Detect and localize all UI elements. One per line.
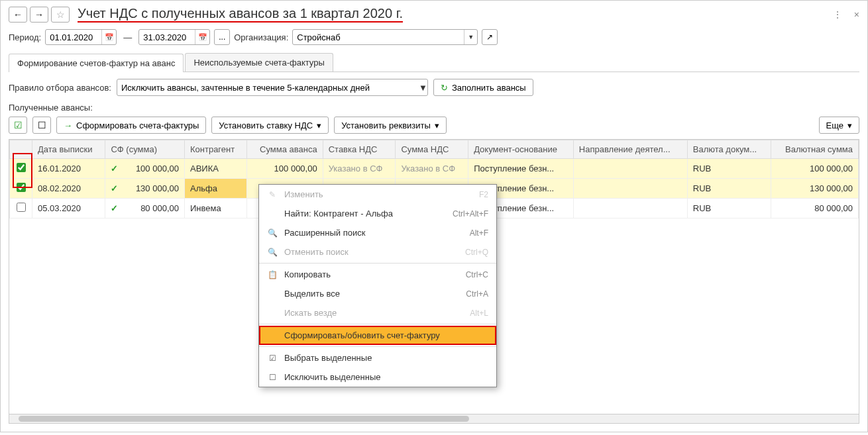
menu-item-label: Сформировать/обновить счет-фактуру — [284, 330, 482, 340]
date-to-input[interactable]: 📅 — [138, 29, 210, 45]
menu-separator — [259, 263, 496, 264]
set-requisites-button[interactable]: Установить реквизиты ▾ — [334, 117, 447, 134]
col-vat-rate[interactable]: Ставка НДС — [323, 140, 396, 159]
menu-item[interactable]: Выделить все Ctrl+A — [259, 284, 496, 303]
set-vat-rate-button[interactable]: Установить ставку НДС ▾ — [211, 117, 329, 134]
deselect-all-button[interactable]: ☐ — [32, 117, 51, 134]
chevron-down-icon[interactable]: ▼ — [464, 30, 477, 44]
select-all-button[interactable]: ☑ — [9, 117, 27, 134]
date-from-field[interactable] — [46, 32, 101, 42]
menu-item-label: Найти: Контрагент - Альфа — [284, 209, 446, 218]
table-row[interactable]: 16.01.2020 ✓ 100 000,00 АВИКА 100 000,00… — [10, 159, 859, 179]
row-checkbox[interactable] — [17, 203, 26, 212]
chevron-down-icon[interactable]: ▼ — [419, 83, 427, 93]
col-currency[interactable]: Валюта докум... — [687, 140, 771, 159]
col-date[interactable]: Дата выписки — [32, 140, 105, 159]
menu-item: ✎ Изменить F2 — [259, 185, 496, 204]
menu-item[interactable]: ☐ Исключить выделенные — [259, 367, 496, 387]
cell-sf: ✓ 80 000,00 — [105, 199, 185, 218]
menu-item[interactable]: 🔍 Расширенный поиск Alt+F — [259, 223, 496, 242]
menu-item-label: Исключить выделенные — [284, 372, 482, 382]
col-advance[interactable]: Сумма аванса — [246, 140, 323, 159]
rule-row: Правило отбора авансов: ▼ ↻ Заполнить ав… — [9, 79, 859, 96]
rule-select[interactable]: ▼ — [117, 79, 428, 96]
cell-contractor: Альфа — [184, 179, 246, 199]
org-open-button[interactable]: ↗ — [482, 29, 498, 45]
calendar-icon[interactable]: 📅 — [195, 30, 209, 44]
menu-item[interactable]: 📋 Копировать Ctrl+C — [259, 265, 496, 284]
cell-date: 05.03.2020 — [32, 199, 105, 218]
cell-currency: RUB — [687, 179, 771, 199]
menu-item-label: Выделить все — [284, 289, 459, 299]
menu-item-label: Искать везде — [284, 308, 463, 318]
more-button[interactable]: Еще ▾ — [819, 117, 859, 134]
calendar-icon[interactable]: 📅 — [101, 30, 116, 44]
menu-separator — [259, 324, 496, 324]
rule-label: Правило отбора авансов: — [9, 83, 111, 93]
titlebar: ← → ☆ Учет НДС с полученных авансов за 1… — [9, 6, 859, 23]
cell-direction — [573, 179, 687, 199]
col-vat-sum[interactable]: Сумма НДС — [396, 140, 468, 159]
tabs: Формирование счетов-фактур на аванс Неис… — [9, 53, 859, 72]
chevron-down-icon: ▾ — [317, 121, 321, 130]
menu-item[interactable]: Найти: Контрагент - Альфа Ctrl+Alt+F — [259, 204, 496, 223]
cell-currency: RUB — [687, 199, 771, 218]
org-select[interactable]: ▼ — [292, 29, 478, 45]
menu-separator — [259, 346, 496, 347]
date-from-input[interactable]: 📅 — [45, 29, 117, 45]
menu-item-shortcut: Ctrl+C — [466, 270, 488, 279]
menu-item-label: Копировать — [284, 269, 459, 279]
menu-item-label: Выбрать выделенные — [284, 353, 482, 363]
fill-label: Заполнить авансы — [452, 83, 526, 93]
menu-item-icon: ☐ — [267, 373, 278, 382]
menu-item-icon: 🔍 — [267, 228, 278, 238]
menu-item-icon: ✎ — [267, 190, 278, 199]
back-button[interactable]: ← — [9, 7, 27, 23]
col-contractor[interactable]: Контрагент — [184, 140, 246, 159]
rule-field[interactable] — [117, 83, 419, 93]
menu-item[interactable]: Сформировать/обновить счет-фактуру — [259, 326, 496, 345]
dash: — — [123, 32, 132, 42]
more-menu-icon[interactable]: ⋮ — [833, 9, 842, 20]
tab-form-invoices[interactable]: Формирование счетов-фактур на аванс — [9, 54, 184, 72]
form-invoices-button[interactable]: → Сформировать счета-фактуры — [56, 117, 206, 134]
close-icon[interactable]: × — [854, 9, 859, 20]
menu-item[interactable]: ☑ Выбрать выделенные — [259, 348, 496, 367]
forward-button[interactable]: → — [30, 7, 48, 23]
chevron-down-icon: ▾ — [847, 121, 852, 130]
cell-direction — [573, 199, 687, 218]
toolbar: ☑ ☐ → Сформировать счета-фактуры Установ… — [9, 117, 859, 134]
check-icon: ✓ — [111, 164, 118, 173]
period-label: Период: — [9, 32, 41, 42]
chevron-down-icon: ▾ — [435, 121, 439, 130]
title-actions: ⋮ × — [833, 9, 859, 20]
page-title: Учет НДС с полученных авансов за 1 кварт… — [78, 6, 403, 23]
arrow-right-icon: → — [34, 9, 44, 20]
tab-unused-invoices[interactable]: Неиспользуемые счета-фактуры — [185, 53, 333, 72]
org-field[interactable] — [293, 32, 464, 42]
more-label: Еще — [826, 121, 843, 130]
menu-item-icon: 🔍 — [267, 248, 278, 257]
cell-rate: Указано в СФ — [323, 159, 396, 179]
scrollbar-thumb[interactable] — [19, 416, 469, 422]
org-label: Организация: — [234, 32, 288, 42]
check-icon: ✓ — [111, 183, 118, 193]
cell-curr-sum: 100 000,00 — [771, 159, 858, 179]
row-checkbox[interactable] — [17, 163, 26, 172]
horizontal-scrollbar[interactable] — [9, 414, 859, 423]
col-sf[interactable]: СФ (сумма) — [105, 140, 185, 159]
fill-advances-button[interactable]: ↻ Заполнить авансы — [433, 79, 533, 96]
date-to-field[interactable] — [139, 32, 195, 42]
col-basis[interactable]: Документ-основание — [468, 140, 574, 159]
filter-row: Период: 📅 — 📅 ... Организация: ▼ ↗ — [9, 29, 859, 45]
arrow-left-icon: ← — [13, 9, 23, 20]
favorite-button[interactable]: ☆ — [51, 7, 70, 23]
period-picker-button[interactable]: ... — [214, 29, 230, 45]
menu-item: 🔍 Отменить поиск Ctrl+Q — [259, 242, 496, 262]
col-curr-sum[interactable]: Валютная сумма — [771, 140, 858, 159]
col-direction[interactable]: Направление деятел... — [573, 140, 687, 159]
req-label: Установить реквизиты — [341, 121, 431, 130]
row-checkbox[interactable] — [17, 183, 26, 192]
cell-contractor: Инвема — [184, 199, 246, 218]
menu-item-icon: 📋 — [267, 270, 278, 279]
